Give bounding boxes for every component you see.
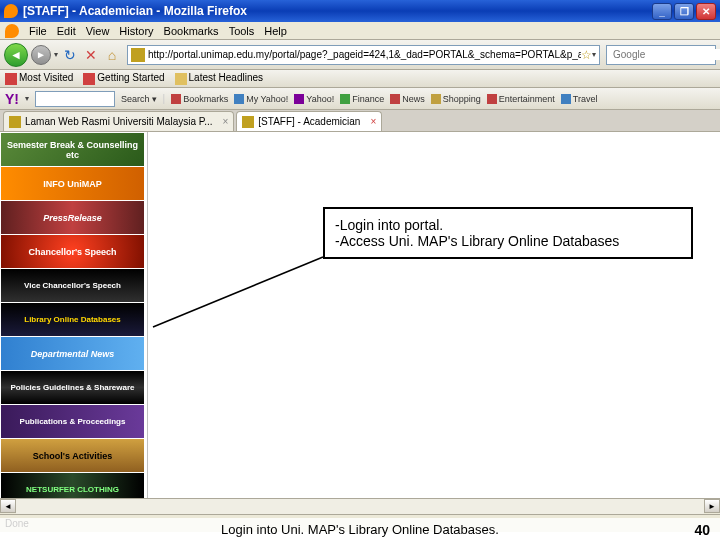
navigation-toolbar: ◄ ► ▾ ↻ ✕ ⌂ ☆ ▾ — [0, 40, 720, 70]
sidebar-item-library[interactable]: Library Online Databases — [1, 303, 144, 336]
headlines-icon — [175, 73, 187, 85]
tab-close-icon[interactable]: × — [222, 116, 228, 127]
close-button[interactable]: ✕ — [696, 3, 716, 20]
sidebar-item-policies[interactable]: Policies Guidelines & Shareware — [1, 371, 144, 404]
bookmarks-icon — [171, 94, 181, 104]
yahoo-home[interactable]: Yahoo! — [294, 94, 334, 104]
yahoo-finance[interactable]: Finance — [340, 94, 384, 104]
shopping-icon — [431, 94, 441, 104]
sidebar-item-chancellor[interactable]: Chancellor's Speech — [1, 235, 144, 268]
tab-label: Laman Web Rasmi Universiti Malaysia P... — [25, 116, 212, 127]
minimize-button[interactable]: _ — [652, 3, 672, 20]
sidebar-item-info[interactable]: INFO UniMAP — [1, 167, 144, 200]
bookmark-latest-headlines[interactable]: Latest Headlines — [175, 72, 264, 84]
bookmark-getting-started[interactable]: Getting Started — [83, 72, 164, 84]
search-input[interactable] — [613, 49, 720, 60]
url-input[interactable] — [148, 49, 581, 60]
sidebar-item-press[interactable]: PressRelease — [1, 201, 144, 234]
slide-caption: Login into Uni. MAP's Library Online Dat… — [0, 518, 720, 540]
yahoo-travel[interactable]: Travel — [561, 94, 598, 104]
yahoo-dropdown-icon[interactable]: ▾ — [25, 94, 29, 103]
page-number: 40 — [694, 522, 710, 538]
callout-line2: -Access Uni. MAP's Library Online Databa… — [335, 233, 681, 249]
address-bar[interactable]: ☆ ▾ — [127, 45, 600, 65]
portal-sidebar: Semester Break & Counselling etc INFO Un… — [0, 132, 148, 498]
tab-staff[interactable]: [STAFF] - Academician × — [236, 111, 382, 131]
firefox-icon — [4, 4, 18, 18]
maximize-button[interactable]: ❐ — [674, 3, 694, 20]
callout-box: -Login into portal. -Access Uni. MAP's L… — [323, 207, 693, 259]
yahoo-bookmarks[interactable]: Bookmarks — [171, 94, 228, 104]
svg-line-0 — [153, 257, 323, 327]
forward-button[interactable]: ► — [31, 45, 51, 65]
bookmarks-toolbar: Most Visited Getting Started Latest Head… — [0, 70, 720, 88]
sidebar-item-dept[interactable]: Departmental News — [1, 337, 144, 370]
sidebar-item-vc[interactable]: Vice Chancellor's Speech — [1, 269, 144, 302]
yahoo-logo[interactable]: Y! — [5, 91, 19, 107]
scroll-left-button[interactable]: ◄ — [0, 499, 16, 513]
menu-help[interactable]: Help — [264, 25, 287, 37]
horizontal-scrollbar[interactable]: ◄ ► — [0, 498, 720, 514]
tab-unimap[interactable]: Laman Web Rasmi Universiti Malaysia P...… — [3, 111, 234, 131]
yahoo-icon — [294, 94, 304, 104]
menu-history[interactable]: History — [119, 25, 153, 37]
back-button[interactable]: ◄ — [4, 43, 28, 67]
scroll-right-button[interactable]: ► — [704, 499, 720, 513]
menu-file[interactable]: File — [29, 25, 47, 37]
most-visited-icon — [5, 73, 17, 85]
reload-button[interactable]: ↻ — [61, 46, 79, 64]
yahoo-search-button[interactable]: Search ▾ — [121, 94, 157, 104]
home-button[interactable]: ⌂ — [103, 46, 121, 64]
bookmark-star-icon[interactable]: ☆ — [581, 48, 592, 62]
news-icon — [390, 94, 400, 104]
yahoo-myyahoo[interactable]: My Yahoo! — [234, 94, 288, 104]
window-controls: _ ❐ ✕ — [652, 3, 716, 20]
yahoo-search-input[interactable] — [35, 91, 115, 107]
menu-view[interactable]: View — [86, 25, 110, 37]
history-dropdown-icon[interactable]: ▾ — [54, 50, 58, 59]
finance-icon — [340, 94, 350, 104]
window-title: [STAFF] - Academician - Mozilla Firefox — [23, 4, 652, 18]
yahoo-entertainment[interactable]: Entertainment — [487, 94, 555, 104]
travel-icon — [561, 94, 571, 104]
callout-arrow — [153, 257, 333, 349]
tab-favicon — [9, 116, 21, 128]
stop-button[interactable]: ✕ — [82, 46, 100, 64]
tab-label: [STAFF] - Academician — [258, 116, 360, 127]
getting-started-icon — [83, 73, 95, 85]
sidebar-item-netsurfer[interactable]: NETSURFER CLOTHING — [1, 473, 144, 498]
myyahoo-icon — [234, 94, 244, 104]
menu-bookmarks[interactable]: Bookmarks — [164, 25, 219, 37]
menu-edit[interactable]: Edit — [57, 25, 76, 37]
sidebar-item-schools[interactable]: School's Activities — [1, 439, 144, 472]
menubar: File Edit View History Bookmarks Tools H… — [0, 22, 720, 40]
sidebar-item-publications[interactable]: Publications & Proceedings — [1, 405, 144, 438]
tab-bar: Laman Web Rasmi Universiti Malaysia P...… — [0, 110, 720, 132]
entertainment-icon — [487, 94, 497, 104]
tab-close-icon[interactable]: × — [370, 116, 376, 127]
menu-tools[interactable]: Tools — [229, 25, 255, 37]
scroll-track[interactable] — [16, 499, 704, 514]
main-area: -Login into portal. -Access Uni. MAP's L… — [148, 132, 720, 498]
callout-line1: -Login into portal. — [335, 217, 681, 233]
bookmark-most-visited[interactable]: Most Visited — [5, 72, 73, 84]
yahoo-toolbar: Y! ▾ Search ▾ | Bookmarks My Yahoo! Yaho… — [0, 88, 720, 110]
yahoo-shopping[interactable]: Shopping — [431, 94, 481, 104]
tab-favicon — [242, 116, 254, 128]
sidebar-item-break[interactable]: Semester Break & Counselling etc — [1, 133, 144, 166]
search-box[interactable] — [606, 45, 716, 65]
firefox-small-icon — [5, 24, 19, 38]
yahoo-news[interactable]: News — [390, 94, 425, 104]
page-content: Semester Break & Counselling etc INFO Un… — [0, 132, 720, 498]
site-favicon — [131, 48, 145, 62]
window-titlebar: [STAFF] - Academician - Mozilla Firefox … — [0, 0, 720, 22]
url-dropdown-icon[interactable]: ▾ — [592, 50, 596, 59]
